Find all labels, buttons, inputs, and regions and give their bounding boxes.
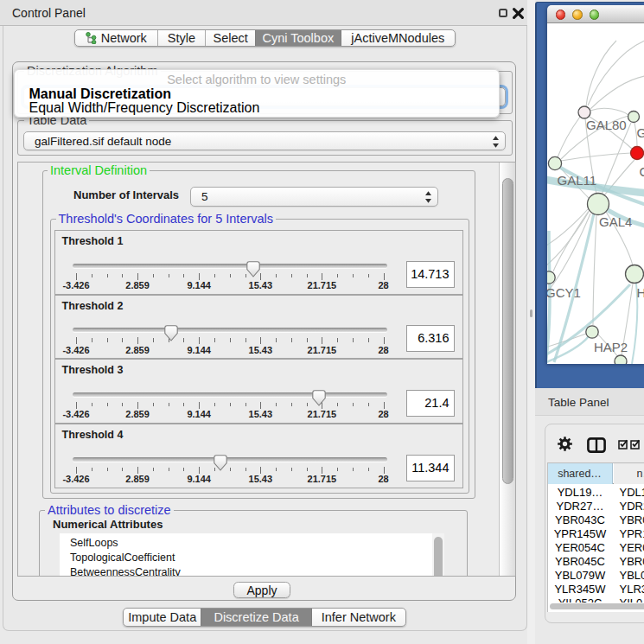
threshold-value-field[interactable]: 11.344 [406,455,455,481]
intervals-combobox[interactable]: 5 [190,187,438,207]
table-row[interactable]: YDR27…YDR2 [548,499,644,513]
tab-network[interactable]: Network [75,30,157,46]
table-horizontal-scrollbar[interactable] [548,603,644,611]
slider-tick [137,467,138,474]
slider-thumb[interactable] [214,455,227,471]
network-node[interactable] [578,106,590,118]
slider-tick [122,338,123,342]
slider-tick [307,403,308,407]
apply-button[interactable]: Apply [233,582,290,598]
minimize-traffic-light-icon[interactable] [572,10,583,20]
panel-divider[interactable] [527,0,535,644]
split-view-icon[interactable] [587,437,606,453]
slider-track[interactable] [73,328,387,332]
thresholds-group: Threshold's Coordinates for 5 Intervals … [50,219,469,494]
slider-tick [92,274,92,278]
slider-track[interactable] [73,264,387,268]
numerical-attributes-list[interactable]: SelfLoopsTopologicalCoefficientBetweenne… [60,533,444,577]
list-scrollbar-thumb[interactable] [434,537,443,577]
settings-scrollbar-thumb[interactable] [502,178,513,484]
network-edge[interactable] [593,215,596,325]
network-node[interactable] [547,271,555,284]
checkbox-icon[interactable] [618,439,628,450]
slider-tick [169,403,169,407]
table-row[interactable]: YBR045CYBR0 [548,554,644,568]
slider-tick [276,403,277,407]
group-title: Interval Definition [48,164,150,177]
attribute-items: SelfLoopsTopologicalCoefficientBetweenne… [60,536,444,577]
network-node[interactable] [628,112,639,123]
threshold-value-field[interactable]: 21.4 [406,390,455,417]
network-node-label: GCY1 [547,285,581,300]
network-edge[interactable] [590,108,628,115]
table-data-combobox[interactable]: galFiltered.sif default node [23,131,506,150]
slider-tick [214,403,215,407]
network-node[interactable] [625,265,643,284]
network-window-titlebar[interactable] [547,5,644,23]
network-node[interactable] [587,194,609,215]
tab-jactivemnodules[interactable]: jActiveMNodules [341,30,455,46]
tab-discretize-data[interactable]: Discretize Data [201,609,310,626]
network-edge[interactable] [561,153,631,161]
checkbox-icon[interactable] [630,439,641,450]
table-row[interactable]: YPR145WYPR1 [548,526,644,540]
dropdown-item-equal-width[interactable]: Equal Width/Frequency Discretization [16,100,498,115]
tab-cyni-toolbox[interactable]: Cyni Toolbox [255,30,341,46]
close-icon[interactable] [512,7,525,20]
cyni-toolbox-panel: Discretization Algorithm Table Data galF… [12,61,516,601]
network-edge[interactable] [586,41,616,106]
table-row[interactable]: YER054CYER0 [548,540,644,554]
table-row[interactable]: YBL079WYBL0 [548,568,644,582]
table-scrollbar-thumb[interactable] [550,603,644,609]
slider-thumb[interactable] [246,261,260,277]
table-row[interactable]: YBR043CYBR0 [548,513,644,526]
slider-track[interactable] [73,392,387,397]
slider-tick [76,337,77,344]
attribute-list-item[interactable]: TopologicalCoefficient [60,551,444,565]
slider-tick [307,338,308,342]
float-window-icon[interactable] [499,9,507,17]
threshold-panel: Threshold 3-3.4262.8599.14415.4321.71528… [54,359,463,424]
threshold-label: Threshold 1 [62,235,124,247]
slider-track[interactable] [73,457,387,462]
tab-label: Network [101,31,147,45]
slider-tick [183,403,184,407]
list-scrollbar[interactable] [432,533,444,577]
slider-tick [368,274,369,278]
cell-shared-name: YDR27… [548,500,613,513]
slider-thumb[interactable] [164,325,178,341]
network-node[interactable] [630,147,643,160]
network-edge[interactable] [602,123,631,194]
settings-scrollbar[interactable] [499,163,515,576]
slider-tick [353,274,354,278]
slider-thumb[interactable] [312,390,326,406]
tab-impute-data[interactable]: Impute Data [124,609,201,626]
network-edge[interactable] [588,41,644,105]
network-graph[interactable]: GAL80GACGAL11GAL4GCY1HHAP2 [547,23,644,364]
network-canvas[interactable]: GAL80GACGAL11GAL4GCY1HHAP2 [547,23,644,364]
table-row[interactable]: YLR345WYLR3 [548,582,644,596]
zoom-traffic-light-icon[interactable] [590,10,600,20]
slider-tick [322,273,322,280]
column-header-name[interactable]: n… [614,463,644,484]
slider-tick [307,274,308,278]
table-row[interactable]: YDL19…YDL1 [548,485,644,499]
attribute-list-item[interactable]: SelfLoops [60,536,444,551]
dropdown-item-manual[interactable]: Manual Discretization [16,86,498,101]
close-traffic-light-icon[interactable] [556,10,566,20]
slider-tick-label: 28 [378,280,388,290]
threshold-value-field[interactable]: 14.713 [406,261,455,288]
network-node[interactable] [585,326,597,338]
attribute-list-item[interactable]: BetweennessCentrality [60,565,444,577]
tab-select[interactable]: Select [205,30,255,46]
network-node[interactable] [615,355,627,364]
slider-tick [384,337,385,344]
gear-icon[interactable] [558,437,572,451]
network-edge[interactable] [590,75,644,109]
tab-style[interactable]: Style [157,30,206,46]
tab-infer-network[interactable]: Infer Network [311,609,405,626]
network-node-label: H [636,285,644,300]
column-header-shared-name[interactable]: shared… [548,463,613,484]
threshold-value-field[interactable]: 6.316 [406,325,455,352]
network-node[interactable] [548,156,561,169]
